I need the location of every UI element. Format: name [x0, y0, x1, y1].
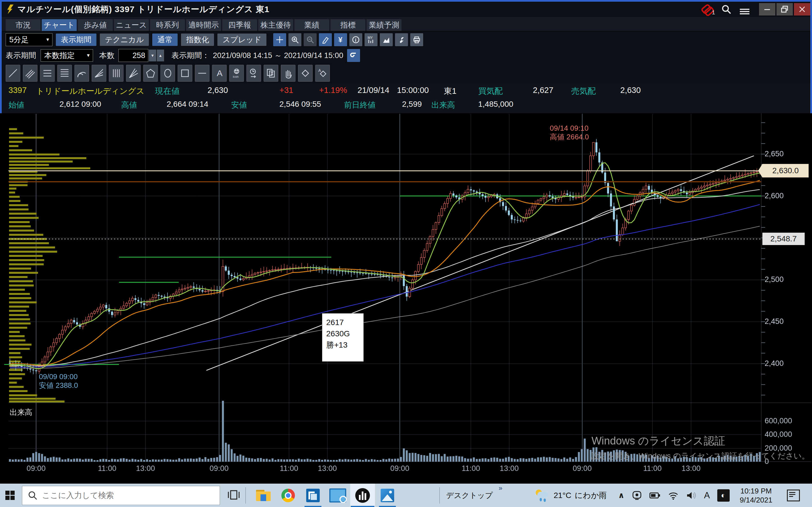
svg-text:¥: ¥	[338, 36, 343, 44]
count-decrement-button[interactable]: ▼	[149, 50, 156, 61]
toolbar-button-テクニカル[interactable]: テクニカル	[100, 34, 149, 46]
draw-tool-text[interactable]: A	[212, 65, 227, 82]
draw-tool-grid-lines[interactable]	[57, 65, 72, 82]
taskbar-divider	[245, 487, 246, 504]
toolbar-icons: ¥iMY	[271, 33, 423, 46]
my-chart-icon[interactable]: MY	[364, 33, 377, 46]
open-label: 始値	[8, 100, 24, 110]
tab-時系列[interactable]: 時系列	[150, 19, 185, 31]
tab-株主優待[interactable]: 株主優待	[258, 19, 293, 31]
bid-price: 2,627	[533, 86, 553, 95]
toolbar-button-指数化[interactable]: 指数化	[181, 34, 214, 46]
desktop-toolbar-label[interactable]: デスクトップ »	[446, 490, 493, 501]
taskbar-weather[interactable]: 21°C にわか雨	[535, 489, 607, 502]
draw-tool-time-cycle[interactable]	[246, 65, 261, 82]
draw-tool-eraser-all[interactable]: A	[315, 65, 330, 82]
open-value: 2,612 09:00	[59, 100, 101, 109]
info-icon[interactable]: i	[349, 33, 362, 46]
toolbar-button-スプレッド[interactable]: スプレッド	[217, 34, 266, 46]
reload-icon[interactable]	[347, 49, 360, 62]
taskbar-item-mail[interactable]	[301, 484, 325, 507]
action-center-icon[interactable]	[787, 490, 800, 501]
taskbar-item-chrome[interactable]	[276, 484, 301, 507]
draw-tool-pitchfork[interactable]	[126, 65, 141, 82]
tab-適時開示[interactable]: 適時開示	[186, 19, 221, 31]
tab-チャート[interactable]: チャート	[42, 19, 77, 31]
area-chart-icon[interactable]	[380, 33, 393, 46]
task-view-icon[interactable]	[227, 489, 240, 502]
tab-ニュース[interactable]: ニュース	[114, 19, 149, 31]
toolbar-button-通常[interactable]: 通常	[152, 34, 177, 46]
prev-close-label: 前日終値	[344, 100, 375, 110]
tab-四季報[interactable]: 四季報	[222, 19, 257, 31]
draw-tool-fan-lines[interactable]	[92, 65, 106, 82]
time-axis-label: 11:00	[451, 464, 491, 473]
taskbar-item-photos[interactable]	[375, 484, 400, 507]
search-icon[interactable]	[721, 4, 731, 14]
speaker-icon[interactable]	[686, 491, 697, 500]
desktop-label-text: デスクトップ	[446, 491, 493, 500]
time-axis-label: 11:00	[633, 464, 672, 473]
hidden-icons-chevron[interactable]: ∧	[618, 491, 624, 500]
toolbar-button-表示期間[interactable]: 表示期間	[56, 34, 96, 46]
link-group-icon[interactable]: 1	[702, 4, 713, 14]
tab-業績予測[interactable]: 業績予測	[366, 19, 402, 31]
search-input[interactable]	[42, 491, 200, 500]
draw-tool-ellipse[interactable]	[160, 65, 175, 82]
menu-icon[interactable]	[740, 8, 749, 11]
restore-button[interactable]	[776, 3, 793, 15]
tab-業績[interactable]: 業績	[294, 19, 329, 31]
tab-指標[interactable]: 指標	[331, 19, 365, 31]
battery-icon[interactable]	[649, 491, 661, 500]
close-button[interactable]	[794, 3, 810, 15]
draw-tool-eraser[interactable]	[298, 65, 313, 82]
count-increment-button[interactable]: ▲	[157, 50, 164, 61]
svg-text:icon: icon	[233, 75, 239, 78]
draw-tool-icon-stamp[interactable]: icon	[229, 65, 244, 82]
zoom-in-icon[interactable]	[289, 33, 301, 46]
ime-mode-icon[interactable]: ◐	[717, 489, 730, 502]
stock-name: トリドールホールディングス	[36, 86, 144, 97]
period-mode-select[interactable]: 本数指定 ▼	[41, 49, 93, 62]
draw-tool-pentagon[interactable]	[143, 65, 158, 82]
taskbar-clock[interactable]: 10:19 PM 9/14/2021	[740, 487, 772, 504]
draw-tool-move-hand[interactable]	[281, 65, 296, 82]
tooltip-pnl: 勝+13	[326, 339, 363, 351]
pencil-icon[interactable]	[319, 33, 332, 46]
tab-bar: 市況チャート歩み値ニュース時系列適時開示四季報株主優待業績指標業績予測	[2, 17, 810, 32]
chart-toolbar: 5分足 ▼ 表示期間テクニカル通常指数化スプレッド ¥iMY	[2, 32, 810, 48]
draw-tool-parallel-lines[interactable]	[23, 65, 38, 82]
price-chart-canvas[interactable]	[0, 113, 812, 484]
time-axis-label: 13:00	[308, 464, 347, 473]
wifi-icon[interactable]	[668, 491, 679, 500]
draw-tool-fib-arcs[interactable]	[74, 65, 89, 82]
tab-市況[interactable]: 市況	[6, 19, 41, 31]
taskbar-item-screen-tool[interactable]	[325, 484, 350, 507]
yen-icon[interactable]: ¥	[334, 33, 347, 46]
tab-歩み値[interactable]: 歩み値	[78, 19, 113, 31]
draw-tool-horizontal-line[interactable]	[195, 65, 209, 82]
period-row: 表示期間 本数指定 ▼ 本数 ▼ ▲ 表示期間： 2021/09/08 14:1…	[2, 48, 810, 63]
webcam-icon[interactable]	[632, 491, 642, 500]
printer-icon[interactable]	[410, 33, 423, 46]
wrench-icon[interactable]	[395, 33, 408, 46]
ime-language-indicator[interactable]: A	[704, 490, 710, 501]
minimize-button[interactable]	[759, 3, 775, 15]
svg-text:A: A	[217, 68, 222, 78]
interval-select[interactable]: 5分足 ▼	[6, 33, 52, 46]
taskbar-item-trading-app[interactable]	[350, 484, 375, 507]
zoom-out-icon[interactable]	[304, 33, 317, 46]
crosshair-icon[interactable]	[273, 33, 286, 46]
draw-tool-rectangle[interactable]	[177, 65, 192, 82]
draw-tool-fib-lines[interactable]	[40, 65, 55, 82]
bar-count-input[interactable]	[118, 49, 148, 62]
chevron-expand-icon[interactable]: »	[499, 484, 502, 492]
taskbar-item-explorer[interactable]	[251, 484, 276, 507]
start-button[interactable]	[0, 484, 20, 507]
taskbar-search[interactable]	[22, 486, 220, 505]
draw-tool-trendline[interactable]	[6, 65, 20, 82]
svg-text:A: A	[318, 68, 321, 73]
license-watermark-title: Windows のライセンス認証	[592, 434, 725, 448]
draw-tool-copy-objects[interactable]	[264, 65, 278, 82]
draw-tool-vertical-lines[interactable]	[109, 65, 123, 82]
